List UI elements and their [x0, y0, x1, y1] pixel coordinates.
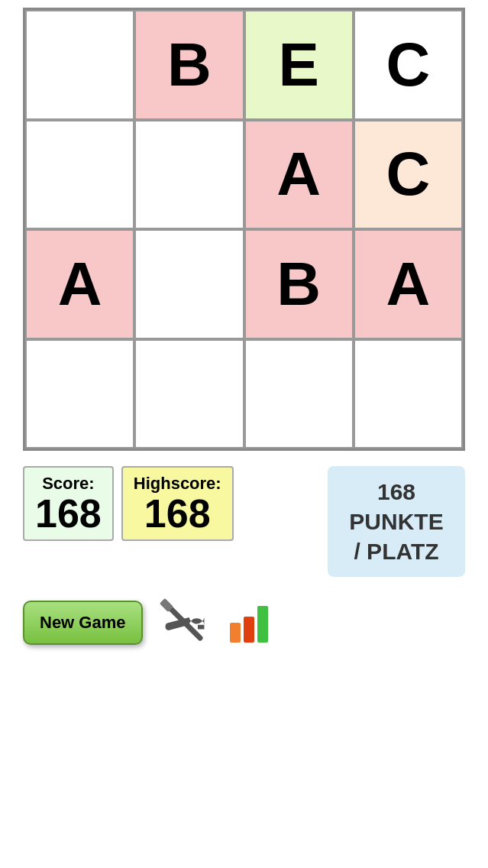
game-board: B E C A C A B A — [23, 8, 465, 451]
punkte-unit: PUNKTE — [349, 509, 443, 534]
tools-svg — [158, 596, 212, 649]
cell-r2c2[interactable]: B — [244, 229, 354, 339]
new-game-button[interactable]: New Game — [23, 601, 143, 645]
tools-icon[interactable] — [158, 596, 212, 649]
cell-r3c1[interactable] — [134, 339, 244, 449]
cell-r1c0[interactable] — [25, 120, 134, 230]
cell-r0c3[interactable]: C — [354, 10, 463, 120]
cell-r2c0[interactable]: A — [25, 229, 134, 339]
chart-icon[interactable] — [227, 600, 273, 646]
score-box: Score: 168 — [23, 466, 114, 541]
cell-r0c1[interactable]: B — [134, 10, 244, 120]
svg-rect-4 — [257, 606, 268, 643]
highscore-box: Highscore: 168 — [121, 466, 234, 541]
punkte-label: / PLATZ — [354, 539, 438, 564]
bottom-area: New Game — [23, 596, 273, 649]
highscore-value: 168 — [134, 494, 221, 533]
cell-r1c3[interactable]: C — [354, 120, 463, 230]
cell-r3c3[interactable] — [354, 339, 463, 449]
cell-r1c1[interactable] — [134, 120, 244, 230]
score-value: 168 — [35, 494, 102, 533]
score-area: Score: 168 Highscore: 168 — [23, 466, 234, 541]
punkte-value: 168 — [377, 479, 415, 504]
cell-r0c0[interactable] — [25, 10, 134, 120]
svg-rect-3 — [244, 617, 254, 643]
cell-r2c3[interactable]: A — [354, 229, 463, 339]
cell-r1c2[interactable]: A — [244, 120, 354, 230]
punkte-box: 168 PUNKTE / PLATZ — [328, 466, 465, 577]
cell-r0c2[interactable]: E — [244, 10, 354, 120]
cell-r3c2[interactable] — [244, 339, 354, 449]
chart-svg — [227, 600, 273, 646]
svg-rect-2 — [230, 623, 241, 643]
cell-r2c1[interactable] — [134, 229, 244, 339]
cell-r3c0[interactable] — [25, 339, 134, 449]
